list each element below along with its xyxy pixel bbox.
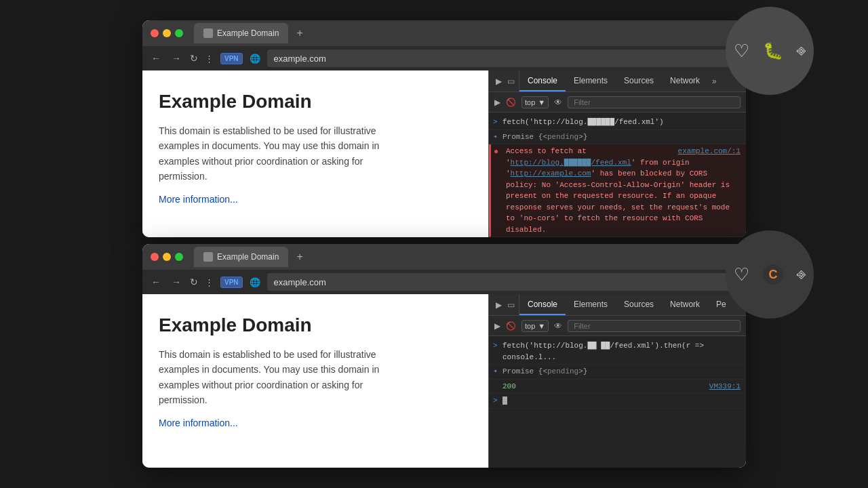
context-selector[interactable]: top ▼ [521, 96, 549, 108]
console-line-error: ● example.com/:1 Access to fetch at 'htt… [489, 144, 746, 237]
console-toolbar-bottom: ▶ 🚫 top ▼ 👁 [489, 316, 746, 336]
heart-icon[interactable]: ♡ [734, 41, 749, 62]
context-selector-bottom[interactable]: top ▼ [521, 320, 549, 332]
maximize-button[interactable] [175, 253, 183, 261]
tab-title: Example Domain [217, 28, 279, 38]
context-value: top [525, 98, 535, 106]
eye-icon[interactable]: 👁 [554, 98, 562, 107]
filter-input-bottom[interactable] [568, 320, 741, 332]
tab-favicon-bottom [203, 252, 213, 262]
inspect-icon[interactable]: ▶ [496, 77, 502, 86]
console-output-top: > fetch('http://blog.██████/feed.xml') ◂… [489, 113, 746, 237]
devtools-bottom: ▶ ▭ Console Elements Sources Network Pe … [488, 294, 746, 468]
url-text: example.com [274, 54, 326, 64]
tab-performance-bottom[interactable]: Pe [708, 294, 734, 315]
circle-overlay-bottom: ♡ C ⎆ [726, 230, 814, 319]
prompt-icon: > [493, 395, 498, 407]
apps-icon-bottom[interactable]: ⋮ [205, 277, 214, 287]
minimize-button[interactable] [163, 29, 171, 37]
success-ref[interactable]: VM339:1 [709, 381, 741, 392]
console-play-icon-bottom[interactable]: ▶ [494, 321, 500, 331]
url-input-bottom[interactable]: example.com [267, 273, 739, 291]
console-clear-icon-bottom[interactable]: 🚫 [506, 321, 516, 331]
share-icon-bottom[interactable]: ⎆ [797, 266, 806, 283]
forward-button-bottom[interactable]: → [170, 277, 183, 287]
console-line: > fetch('http://blog.██████/feed.xml') [489, 115, 746, 130]
tab-console-bottom[interactable]: Console [519, 294, 566, 315]
page-body: This domain is established to be used fo… [159, 123, 403, 184]
more-tabs-icon[interactable]: » [708, 77, 721, 86]
url-input[interactable]: example.com [267, 49, 739, 67]
eye-icon-bottom[interactable]: 👁 [554, 321, 562, 331]
new-tab-button-bottom[interactable]: + [296, 251, 302, 263]
console-output-bottom: > fetch('http://blog.██ ██/feed.xml').th… [489, 336, 746, 468]
chevron-down-icon: ▼ [538, 98, 545, 106]
console-line: ◂ Promise {<pending>} [489, 130, 746, 145]
browser-tab[interactable]: Example Domain [194, 23, 288, 43]
browser-window-bottom: Example Domain + ← → ↻ ⋮ VPN 🌐 example.c… [142, 244, 746, 468]
back-button[interactable]: ← [149, 53, 163, 64]
bug-icon[interactable]: 🐛 [763, 41, 783, 60]
page-heading-bottom: Example Domain [159, 314, 472, 336]
prompt-icon: > [493, 340, 498, 352]
cursor-bottom [502, 396, 507, 405]
tab-network-bottom[interactable]: Network [662, 294, 708, 315]
console-play-icon[interactable]: ▶ [494, 98, 500, 107]
chevron-down-icon-bottom: ▼ [538, 322, 545, 330]
tab-sources-bottom[interactable]: Sources [616, 294, 662, 315]
heart-icon-bottom[interactable]: ♡ [734, 264, 749, 285]
devtools-tab-icons-bottom: ▶ ▭ [492, 294, 519, 315]
debug-c-icon[interactable]: C [763, 264, 783, 285]
more-info-link-bottom[interactable]: More information... [159, 418, 238, 428]
console-line-b2: ◂ Promise {<pending>} [489, 365, 746, 380]
devtools-top: ▶ ▭ Console Elements Sources Network » ▶… [488, 70, 746, 237]
traffic-lights-bottom [151, 253, 183, 261]
console-text: Access to fetch at 'http://blog.██████/f… [506, 147, 730, 234]
content-area-top: Example Domain This domain is establishe… [142, 70, 746, 237]
close-button[interactable] [151, 253, 159, 261]
close-button[interactable] [151, 29, 159, 37]
console-toolbar-top: ▶ 🚫 top ▼ 👁 [489, 92, 746, 113]
browser-window-top: Example Domain + ← → ↻ ⋮ VPN 🌐 example.c… [142, 20, 746, 237]
share-icon[interactable]: ⎆ [797, 42, 806, 60]
tab-network[interactable]: Network [662, 70, 708, 92]
tab-sources[interactable]: Sources [616, 70, 662, 92]
back-button-bottom[interactable]: ← [149, 277, 163, 287]
more-info-link[interactable]: More information... [159, 194, 238, 205]
tab-favicon [203, 28, 213, 38]
url-text-bottom: example.com [274, 277, 326, 287]
devtools-tab-icons: ▶ ▭ [492, 70, 519, 92]
error-icon: ● [494, 146, 498, 158]
browser-tab-bottom[interactable]: Example Domain [194, 247, 288, 267]
tab-elements[interactable]: Elements [566, 70, 616, 92]
error-ref[interactable]: example.com/:1 [678, 146, 741, 157]
title-bar-top: Example Domain + [142, 20, 746, 46]
globe-icon-bottom: 🌐 [250, 277, 260, 287]
content-area-bottom: Example Domain This domain is establishe… [142, 294, 746, 468]
devtools-tabs-top: ▶ ▭ Console Elements Sources Network » [489, 70, 746, 92]
forward-button[interactable]: → [170, 53, 183, 64]
console-text: fetch('http://blog.██ ██/feed.xml').then… [502, 342, 704, 361]
filter-input[interactable] [568, 96, 741, 108]
new-tab-button[interactable]: + [296, 27, 302, 39]
device-icon[interactable]: ▭ [507, 77, 515, 86]
minimize-button[interactable] [163, 253, 171, 261]
reload-button-bottom[interactable]: ↻ [190, 277, 198, 287]
maximize-button[interactable] [175, 29, 183, 37]
console-cursor-line-bottom[interactable]: > [489, 394, 746, 409]
page-heading: Example Domain [159, 91, 472, 113]
console-text: fetch('http://blog.██████/feed.xml') [502, 118, 664, 126]
tab-console[interactable]: Console [519, 70, 566, 92]
traffic-lights-top [151, 29, 183, 37]
globe-icon: 🌐 [250, 54, 260, 64]
apps-icon[interactable]: ⋮ [205, 54, 214, 64]
console-line-b3: VM339:1 200 [489, 380, 746, 394]
reload-button[interactable]: ↻ [190, 53, 198, 64]
tab-elements-bottom[interactable]: Elements [566, 294, 616, 315]
device-icon-bottom[interactable]: ▭ [507, 300, 515, 310]
devtools-tabs-bottom: ▶ ▭ Console Elements Sources Network Pe [489, 294, 746, 316]
console-clear-icon[interactable]: 🚫 [506, 98, 516, 107]
inspect-icon-bottom[interactable]: ▶ [496, 300, 502, 310]
tab-title-bottom: Example Domain [217, 252, 279, 262]
console-text: Promise {<pending>} [502, 133, 587, 141]
